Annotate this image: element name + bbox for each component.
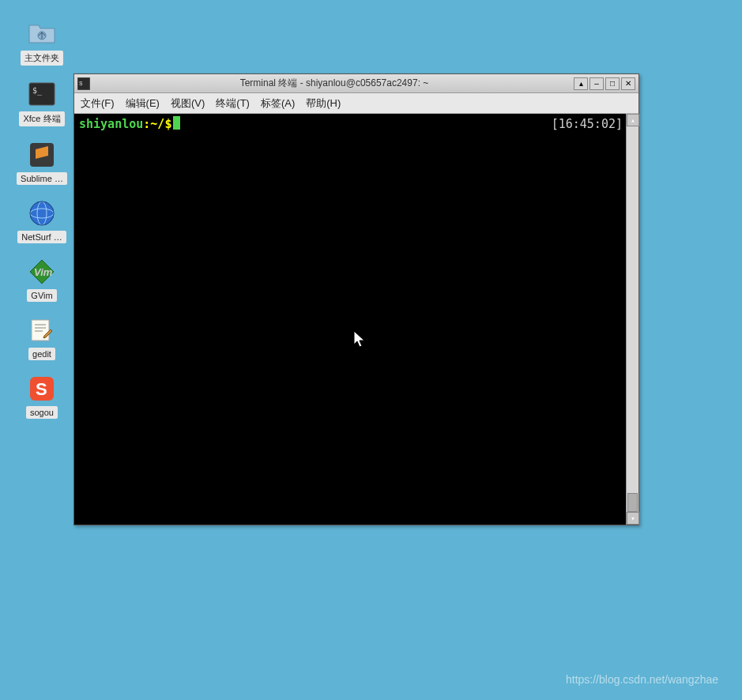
menu-view[interactable]: 视图(V)	[171, 96, 205, 111]
svg-text:$_: $_	[32, 86, 43, 96]
prompt-user: shiyanlou	[79, 116, 143, 132]
terminal-icon: $_	[28, 80, 56, 108]
desktop-icon-label: Sublime …	[17, 172, 67, 185]
rollup-button[interactable]: ▴	[574, 77, 588, 90]
desktop-icon-gvim[interactable]: Vim GVim	[14, 258, 70, 302]
terminal-body[interactable]: shiyanlou:~/ $ [16:45:02] ▴ ▾	[74, 114, 638, 525]
scroll-down-button[interactable]: ▾	[627, 512, 639, 525]
titlebar[interactable]: $ Terminal 终端 - shiyanlou@c05657ac2497: …	[74, 74, 638, 93]
scroll-up-button[interactable]: ▴	[627, 114, 639, 126]
desktop-icon-xfce-terminal[interactable]: $_ Xfce 终端	[14, 80, 70, 126]
desktop-icon-sublime[interactable]: Sublime …	[14, 141, 70, 185]
folder-icon	[28, 19, 56, 47]
gedit-icon	[28, 316, 56, 344]
svg-rect-9	[32, 320, 49, 341]
menubar: 文件(F) 编辑(E) 视图(V) 终端(T) 标签(A) 帮助(H)	[74, 93, 638, 114]
desktop-icon-gedit[interactable]: gedit	[14, 316, 70, 360]
scroll-thumb[interactable]	[627, 493, 638, 512]
svg-text:S: S	[36, 379, 47, 399]
close-button[interactable]: ✕	[621, 77, 635, 90]
desktop-icon-label: sogou	[26, 406, 58, 419]
prompt-dollar: $	[164, 116, 171, 132]
prompt-sep: :	[143, 116, 150, 132]
menu-tabs[interactable]: 标签(A)	[261, 96, 295, 111]
menu-terminal[interactable]: 终端(T)	[216, 96, 250, 111]
menu-help[interactable]: 帮助(H)	[306, 96, 341, 111]
svg-text:$: $	[79, 80, 83, 87]
desktop-icon-label: 主文件夹	[21, 51, 63, 66]
maximize-button[interactable]: □	[605, 77, 620, 90]
terminal-app-icon: $	[77, 77, 90, 90]
titlebar-buttons: ▴ – □ ✕	[574, 77, 635, 90]
desktop-icon-netsurf[interactable]: NetSurf …	[14, 199, 70, 243]
svg-text:Vim: Vim	[34, 266, 53, 278]
desktop-icon-label: gedit	[28, 348, 55, 360]
watermark: https://blog.csdn.net/wangzhae	[566, 673, 718, 686]
menu-edit[interactable]: 编辑(E)	[126, 96, 160, 111]
sublime-icon	[28, 141, 56, 169]
minimize-button[interactable]: –	[589, 77, 604, 90]
terminal-window: $ Terminal 终端 - shiyanlou@c05657ac2497: …	[73, 73, 639, 525]
terminal-cursor	[173, 116, 180, 130]
terminal-timestamp: [16:45:02]	[552, 116, 623, 132]
prompt-path: ~/	[150, 116, 164, 132]
desktop-icon-home-folder[interactable]: 主文件夹	[14, 19, 70, 66]
desktop-icon-label: GVim	[27, 289, 56, 302]
gvim-icon: Vim	[28, 258, 56, 286]
netsurf-icon	[28, 199, 56, 228]
menu-file[interactable]: 文件(F)	[81, 96, 115, 111]
desktop-icon-label: Xfce 终端	[19, 111, 64, 126]
window-title: Terminal 终端 - shiyanlou@c05657ac2497: ~	[95, 77, 574, 90]
desktop-icon-sogou[interactable]: S sogou	[14, 374, 70, 419]
terminal-line: shiyanlou:~/ $	[79, 116, 634, 132]
vertical-scrollbar[interactable]: ▴ ▾	[626, 114, 638, 525]
desktop-icon-label: NetSurf …	[17, 231, 66, 243]
sogou-icon: S	[28, 374, 56, 403]
desktop-icons: 主文件夹 $_ Xfce 终端 Sublime … NetSurf … Vim …	[14, 19, 70, 419]
